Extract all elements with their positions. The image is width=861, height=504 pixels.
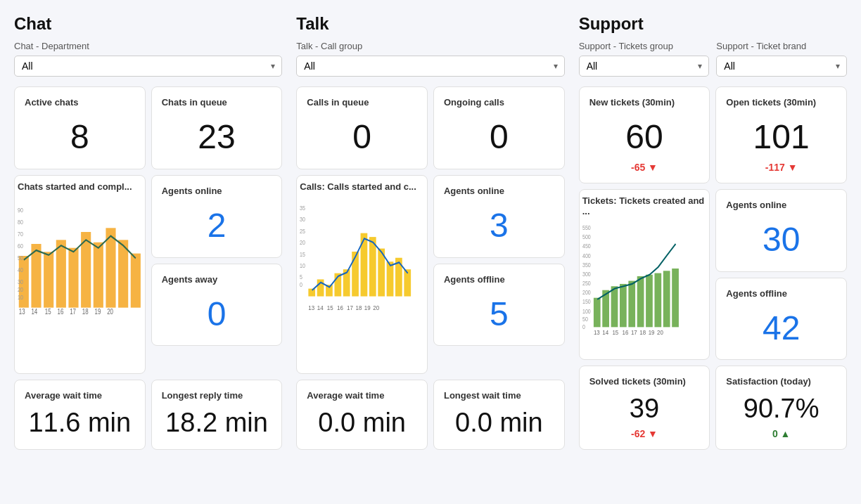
svg-rect-72 bbox=[637, 276, 644, 327]
new-tickets-delta: -65 ▼ bbox=[589, 162, 700, 173]
support-ticketgroup-filter[interactable]: All ▾ bbox=[579, 56, 710, 77]
active-chats-card: Active chats 8 bbox=[14, 86, 146, 169]
svg-rect-75 bbox=[663, 271, 670, 327]
svg-text:25: 25 bbox=[300, 228, 305, 235]
support-agents-online-label: Agents online bbox=[726, 200, 836, 210]
svg-text:17: 17 bbox=[347, 304, 353, 311]
open-tickets-value: 101 bbox=[753, 119, 810, 156]
svg-text:20: 20 bbox=[107, 308, 113, 316]
satisfaction-label: Satisfaction (today) bbox=[726, 376, 836, 387]
ongoing-calls-card: Ongoing calls 0 bbox=[433, 86, 565, 169]
svg-rect-35 bbox=[309, 288, 316, 296]
chat-avg-wait-value: 11.6 min bbox=[25, 402, 135, 439]
chat-longest-reply-label: Longest reply time bbox=[162, 390, 272, 401]
talk-agents-offline-value: 5 bbox=[490, 296, 509, 333]
talk-longest-wait-card: Longest wait time 0.0 min bbox=[433, 380, 565, 450]
svg-text:50: 50 bbox=[18, 254, 23, 261]
svg-rect-2 bbox=[44, 252, 53, 307]
svg-text:0: 0 bbox=[582, 323, 585, 330]
talk-chart: 35 30 25 20 15 10 5 0 bbox=[300, 196, 424, 316]
svg-text:13: 13 bbox=[19, 308, 25, 316]
chat-agents-online-label: Agents online bbox=[162, 186, 272, 196]
svg-text:350: 350 bbox=[582, 261, 591, 269]
svg-rect-44 bbox=[387, 261, 394, 296]
svg-text:15: 15 bbox=[45, 308, 51, 316]
calls-in-queue-label: Calls in queue bbox=[307, 97, 417, 108]
talk-longest-wait-label: Longest wait time bbox=[444, 390, 554, 401]
talk-agents-offline-card: Agents offline 5 bbox=[433, 264, 565, 347]
chats-in-queue-card: Chats in queue 23 bbox=[151, 86, 283, 169]
open-tickets-delta: -117 ▼ bbox=[726, 162, 836, 173]
chat-agents-away-value: 0 bbox=[208, 296, 227, 333]
support-ticketgroup-select[interactable]: All bbox=[579, 56, 710, 77]
talk-callgroup-select[interactable]: All bbox=[296, 56, 564, 77]
chat-longest-reply-card: Longest reply time 18.2 min bbox=[151, 380, 283, 450]
support-title: Support bbox=[579, 14, 847, 34]
support-filter1-label: Support - Tickets group bbox=[579, 41, 710, 51]
svg-text:16: 16 bbox=[622, 328, 628, 336]
talk-longest-wait-value: 0.0 min bbox=[444, 402, 554, 439]
talk-avg-wait-card: Average wait time 0.0 min bbox=[296, 380, 428, 450]
talk-callgroup-filter[interactable]: All ▾ bbox=[296, 56, 564, 77]
svg-text:14: 14 bbox=[602, 328, 608, 336]
new-tickets-card: New tickets (30min) 60 -65 ▼ bbox=[579, 86, 710, 183]
svg-text:50: 50 bbox=[582, 316, 588, 323]
support-chart: 550 500 450 400 350 300 250 200 150 100 … bbox=[582, 221, 707, 340]
svg-text:400: 400 bbox=[582, 252, 591, 259]
svg-text:550: 550 bbox=[582, 224, 591, 231]
svg-text:60: 60 bbox=[18, 243, 23, 250]
satisfaction-card: Satisfaction (today) 90.7% 0 ▲ bbox=[715, 366, 847, 450]
svg-text:17: 17 bbox=[631, 328, 637, 336]
chat-department-filter[interactable]: All ▾ bbox=[14, 56, 282, 77]
support-agents-offline-card: Agents offline 42 bbox=[715, 278, 847, 361]
svg-rect-73 bbox=[646, 275, 653, 328]
svg-text:16: 16 bbox=[337, 304, 343, 311]
chat-title: Chat bbox=[14, 14, 282, 34]
chat-chart-label: Chats started and compl... bbox=[18, 181, 142, 192]
support-agents-offline-value: 42 bbox=[763, 310, 800, 347]
svg-text:40: 40 bbox=[18, 266, 23, 273]
svg-text:19: 19 bbox=[648, 328, 654, 336]
svg-text:0: 0 bbox=[300, 282, 302, 289]
svg-text:18: 18 bbox=[82, 308, 89, 316]
ongoing-calls-value: 0 bbox=[490, 119, 509, 156]
svg-text:20: 20 bbox=[300, 239, 305, 246]
svg-text:5: 5 bbox=[300, 274, 302, 281]
support-agents-online-value: 30 bbox=[763, 221, 800, 259]
svg-rect-40 bbox=[352, 252, 359, 297]
svg-text:15: 15 bbox=[612, 328, 618, 336]
svg-text:14: 14 bbox=[31, 308, 37, 316]
support-section: Support Support - Tickets group All ▾ Su… bbox=[579, 14, 847, 450]
svg-text:20: 20 bbox=[374, 304, 380, 311]
svg-text:20: 20 bbox=[18, 286, 23, 293]
talk-agents-offline-label: Agents offline bbox=[444, 274, 554, 285]
svg-text:13: 13 bbox=[594, 328, 600, 336]
svg-text:18: 18 bbox=[356, 304, 362, 311]
svg-text:20: 20 bbox=[657, 328, 663, 336]
talk-avg-wait-label: Average wait time bbox=[307, 390, 417, 401]
svg-text:13: 13 bbox=[309, 304, 315, 311]
new-tickets-value: 60 bbox=[625, 119, 663, 156]
chat-section: Chat Chat - Department All ▾ Active chat… bbox=[14, 14, 282, 450]
chats-in-queue-label: Chats in queue bbox=[162, 97, 272, 108]
support-ticketbrand-filter[interactable]: All ▾ bbox=[716, 56, 847, 77]
talk-avg-wait-value: 0.0 min bbox=[307, 402, 417, 439]
svg-text:17: 17 bbox=[70, 308, 76, 316]
chat-filter-label: Chat - Department bbox=[14, 41, 282, 51]
open-tickets-card: Open tickets (30min) 101 -117 ▼ bbox=[715, 86, 847, 183]
talk-agents-online-card: Agents online 3 bbox=[433, 175, 565, 258]
svg-rect-3 bbox=[56, 240, 66, 307]
support-filters: Support - Tickets group All ▾ Support - … bbox=[579, 41, 847, 86]
svg-text:450: 450 bbox=[582, 243, 591, 250]
calls-in-queue-card: Calls in queue 0 bbox=[296, 86, 428, 169]
svg-text:200: 200 bbox=[582, 289, 591, 296]
support-ticketbrand-select[interactable]: All bbox=[716, 56, 847, 77]
talk-chart-card: Calls: Calls started and c... 35 30 25 2… bbox=[296, 175, 428, 375]
talk-filter-label: Talk - Call group bbox=[296, 41, 564, 51]
talk-chart-label: Calls: Calls started and c... bbox=[300, 181, 424, 192]
talk-section: Talk Talk - Call group All ▾ Calls in qu… bbox=[296, 14, 564, 450]
support-agents-offline-label: Agents offline bbox=[726, 288, 836, 299]
svg-text:150: 150 bbox=[582, 299, 591, 306]
svg-text:70: 70 bbox=[18, 231, 23, 238]
chat-department-select[interactable]: All bbox=[14, 56, 282, 77]
